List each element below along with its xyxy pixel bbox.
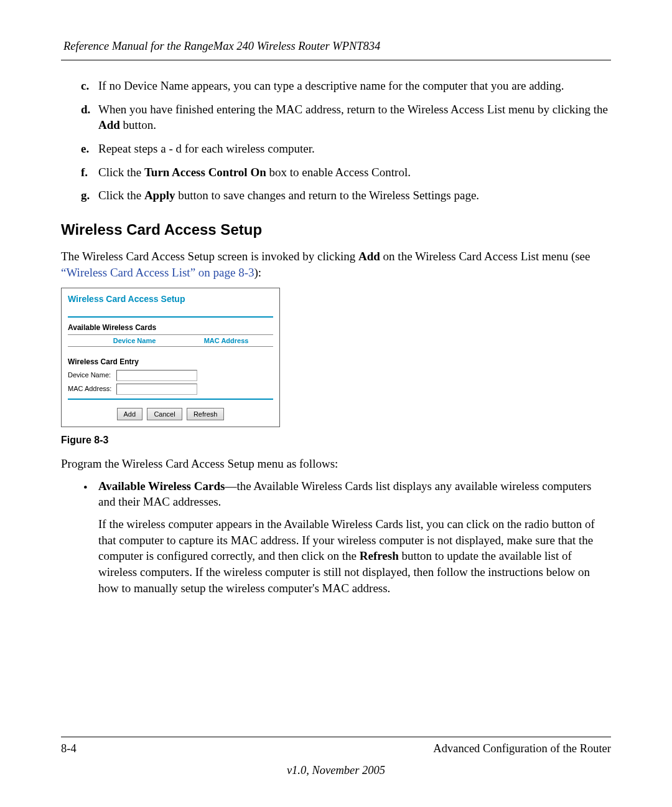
- step-text: Click the: [98, 189, 144, 202]
- device-name-row: Device Name:: [68, 370, 273, 381]
- col-radio: [68, 334, 90, 347]
- step-marker: g.: [81, 187, 90, 204]
- figure-8-3: Wireless Card Access Setup Available Wir…: [61, 288, 611, 447]
- program-intro: Program the Wireless Card Access Setup m…: [61, 456, 611, 472]
- bullet-available-cards: • Available Wireless Cards—the Available…: [81, 478, 611, 596]
- wireless-setup-dialog: Wireless Card Access Setup Available Wir…: [61, 288, 280, 427]
- mac-address-label: MAC Address:: [68, 384, 116, 394]
- device-name-input[interactable]: [116, 370, 197, 381]
- page-header: Reference Manual for the RangeMax 240 Wi…: [63, 39, 611, 54]
- footer-rule: [61, 737, 611, 737]
- refresh-button[interactable]: Refresh: [187, 408, 225, 421]
- col-device-name: Device Name: [90, 334, 179, 347]
- available-cards-table: Device Name MAC Address: [68, 334, 273, 347]
- add-button[interactable]: Add: [117, 408, 143, 421]
- bold-apply: Apply: [144, 189, 175, 202]
- bullet-subpara: If the wireless computer appears in the …: [98, 516, 611, 596]
- cancel-button[interactable]: Cancel: [147, 408, 182, 421]
- step-marker: e.: [81, 141, 89, 157]
- header-rule: [61, 60, 611, 60]
- intro-text: on the Wireless Card Access List menu (s…: [380, 250, 590, 263]
- available-cards-label: Available Wireless Cards: [68, 323, 273, 333]
- step-marker: f.: [81, 164, 88, 181]
- mac-address-row: MAC Address:: [68, 384, 273, 395]
- step-text: Repeat steps a - d for each wireless com…: [98, 142, 315, 155]
- bullet-bold: Available Wireless Cards: [98, 479, 225, 493]
- step-text: When you have finished entering the MAC …: [98, 103, 608, 116]
- step-c: c. If no Device Name appears, you can ty…: [81, 78, 611, 94]
- bullet-icon: •: [83, 479, 88, 496]
- chapter-title: Advanced Configuration of the Router: [433, 741, 611, 757]
- section-intro: The Wireless Card Access Setup screen is…: [61, 248, 611, 280]
- bold-add: Add: [358, 250, 380, 263]
- page-footer: 8-4 Advanced Configuration of the Router…: [61, 737, 611, 778]
- footer-row: 8-4 Advanced Configuration of the Router: [61, 741, 611, 757]
- section-heading: Wireless Card Access Setup: [61, 220, 611, 240]
- step-f: f. Click the Turn Access Control On box …: [81, 164, 611, 181]
- bold-add: Add: [98, 118, 120, 131]
- step-g: g. Click the Apply button to save change…: [81, 187, 611, 204]
- divider: [68, 399, 273, 400]
- bold-refresh: Refresh: [360, 549, 399, 562]
- step-text: button.: [120, 118, 156, 131]
- page-number: 8-4: [61, 741, 77, 757]
- dialog-title: Wireless Card Access Setup: [68, 293, 273, 305]
- footer-version: v1.0, November 2005: [61, 763, 611, 778]
- instruction-list: c. If no Device Name appears, you can ty…: [61, 78, 611, 204]
- step-text: Click the: [98, 166, 144, 179]
- program-bullets: • Available Wireless Cards—the Available…: [61, 478, 611, 596]
- bold-turn-access: Turn Access Control On: [144, 166, 266, 179]
- step-marker: c.: [81, 78, 89, 94]
- intro-text: The Wireless Card Access Setup screen is…: [61, 250, 358, 263]
- col-mac-address: MAC Address: [179, 334, 273, 347]
- device-name-label: Device Name:: [68, 370, 116, 380]
- step-text: If no Device Name appears, you can type …: [98, 79, 564, 92]
- intro-text: ):: [254, 266, 262, 279]
- step-text: button to save changes and return to the…: [175, 189, 480, 202]
- step-marker: d.: [81, 101, 90, 118]
- step-text: box to enable Access Control.: [266, 166, 411, 179]
- cross-reference-link[interactable]: “Wireless Card Access List” on page 8-3: [61, 266, 254, 279]
- figure-caption: Figure 8-3: [61, 433, 611, 447]
- button-row: Add Cancel Refresh: [68, 405, 273, 421]
- divider: [68, 316, 273, 318]
- step-e: e. Repeat steps a - d for each wireless …: [81, 141, 611, 157]
- step-d: d. When you have finished entering the M…: [81, 101, 611, 133]
- mac-address-input[interactable]: [116, 384, 197, 395]
- wireless-entry-label: Wireless Card Entry: [68, 357, 273, 367]
